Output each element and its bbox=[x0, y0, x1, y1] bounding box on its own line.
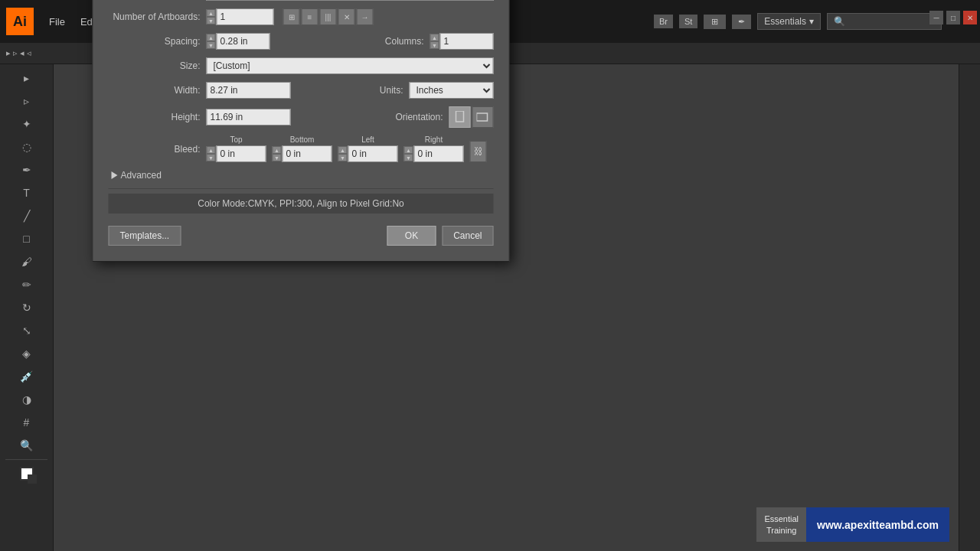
bleed-bottom-up[interactable]: ▲ bbox=[273, 146, 282, 154]
essentials-button[interactable]: Essentials ▾ bbox=[757, 13, 821, 30]
artboards-row: Number of Artboards: ▲ ▼ ⊞ ≡ ||| ✕ → bbox=[109, 8, 494, 25]
cancel-button[interactable]: Cancel bbox=[442, 226, 493, 246]
artboard-grid-icon[interactable]: ⊞ bbox=[283, 8, 300, 25]
bridge-icon[interactable]: Br bbox=[654, 15, 673, 28]
gradient-tool[interactable]: ◑ bbox=[16, 389, 38, 410]
landscape-button[interactable] bbox=[472, 106, 494, 128]
minimize-button[interactable]: ─ bbox=[929, 11, 943, 24]
height-input[interactable] bbox=[207, 109, 291, 126]
columns-input[interactable] bbox=[440, 33, 494, 50]
bleed-left-item: Left ▲ ▼ bbox=[338, 135, 398, 162]
artboard-layout-icons: ⊞ ≡ ||| ✕ → bbox=[283, 8, 374, 25]
direct-selection-tool[interactable]: ▹ bbox=[16, 90, 38, 112]
info-bar: Color Mode:CMYK, PPI:300, Align to Pixel… bbox=[109, 194, 494, 214]
bleed-row: Bleed: Top ▲ ▼ Bottom bbox=[109, 135, 494, 162]
blend-tool[interactable]: ◈ bbox=[16, 343, 38, 364]
fill-color[interactable] bbox=[16, 463, 38, 484]
essential-training-label: Essential Training bbox=[756, 507, 806, 542]
window-controls: ─ □ ✕ bbox=[929, 11, 977, 24]
width-row: Width: Units: Inches Centimeters Millime… bbox=[109, 82, 494, 99]
columns-spin-down[interactable]: ▼ bbox=[430, 41, 439, 49]
pencil-tool[interactable]: ✏ bbox=[16, 274, 38, 295]
size-row: Size: [Custom] bbox=[109, 57, 494, 74]
bleed-bottom-input[interactable] bbox=[283, 145, 332, 162]
close-button[interactable]: ✕ bbox=[963, 11, 977, 24]
spacing-label: Spacing: bbox=[109, 36, 201, 47]
svg-rect-0 bbox=[456, 111, 464, 122]
ok-button[interactable]: OK bbox=[387, 226, 436, 246]
mesh-tool[interactable]: # bbox=[16, 412, 38, 433]
profile-row: Profile: [Custom] bbox=[109, 0, 494, 1]
width-input[interactable] bbox=[207, 82, 291, 99]
rotate-tool[interactable]: ↻ bbox=[16, 297, 38, 318]
bleed-left-down[interactable]: ▼ bbox=[338, 154, 348, 161]
stock-icon[interactable]: St bbox=[679, 15, 697, 28]
magic-wand-tool[interactable]: ✦ bbox=[16, 113, 38, 135]
artboard-arrow-icon[interactable]: → bbox=[357, 8, 374, 25]
bleed-top-item: Top ▲ ▼ bbox=[207, 135, 266, 162]
width-label: Width: bbox=[109, 85, 201, 96]
columns-spinner: ▲ ▼ bbox=[430, 33, 494, 50]
bleed-right-item: Right ▲ ▼ bbox=[404, 135, 464, 162]
artboard-cross-icon[interactable]: ✕ bbox=[338, 8, 355, 25]
type-tool[interactable]: T bbox=[16, 182, 38, 204]
lasso-tool[interactable]: ◌ bbox=[16, 136, 38, 158]
artboards-spin-down[interactable]: ▼ bbox=[207, 17, 216, 24]
templates-button[interactable]: Templates... bbox=[109, 226, 181, 246]
dialog-divider bbox=[109, 188, 494, 189]
bleed-label: Bleed: bbox=[109, 144, 201, 155]
ok-cancel-group: OK Cancel bbox=[387, 226, 494, 246]
bleed-top-down[interactable]: ▼ bbox=[207, 154, 216, 161]
bleed-right-down[interactable]: ▼ bbox=[404, 154, 413, 161]
shape-tool[interactable]: □ bbox=[16, 228, 38, 249]
bleed-group: Top ▲ ▼ Bottom ▲ ▼ bbox=[207, 135, 494, 162]
bleed-right-label: Right bbox=[425, 135, 443, 144]
spacing-spin-down[interactable]: ▼ bbox=[207, 41, 216, 49]
bleed-bottom-down[interactable]: ▼ bbox=[273, 154, 282, 161]
arrange-icon[interactable]: ⊞ bbox=[704, 15, 726, 29]
advanced-label: Advanced bbox=[121, 170, 162, 181]
artboards-spinner: ▲ ▼ bbox=[207, 8, 279, 25]
advanced-toggle[interactable]: Advanced bbox=[109, 170, 162, 181]
eyedropper-tool[interactable]: 💉 bbox=[16, 366, 38, 387]
columns-spin-up[interactable]: ▲ bbox=[430, 34, 439, 41]
bleed-link-icon[interactable]: ⛓ bbox=[470, 141, 487, 162]
selection-tool[interactable]: ▸ bbox=[16, 67, 38, 89]
artboards-label: Number of Artboards: bbox=[109, 11, 201, 22]
bleed-top-up[interactable]: ▲ bbox=[207, 146, 216, 154]
height-label: Height: bbox=[109, 112, 201, 122]
pen-tool[interactable]: ✒ bbox=[16, 159, 38, 181]
maximize-button[interactable]: □ bbox=[946, 11, 960, 24]
artboard-col-icon[interactable]: ||| bbox=[320, 8, 337, 25]
tool-divider bbox=[5, 459, 47, 460]
size-select[interactable]: [Custom] bbox=[207, 57, 494, 74]
bleed-top-input[interactable] bbox=[217, 145, 266, 162]
profile-select[interactable]: [Custom] bbox=[207, 0, 494, 1]
artboard-row-icon[interactable]: ≡ bbox=[302, 8, 318, 25]
artboards-spin-up[interactable]: ▲ bbox=[207, 9, 216, 17]
menu-file[interactable]: File bbox=[43, 13, 71, 31]
portrait-button[interactable] bbox=[449, 106, 471, 128]
line-tool[interactable]: ╱ bbox=[16, 205, 38, 227]
new-document-dialog: New Document Name: Profile: [Custom] Num… bbox=[93, 0, 510, 262]
search-input[interactable] bbox=[827, 13, 942, 30]
artboards-spin-arrows: ▲ ▼ bbox=[207, 9, 216, 24]
bleed-right-input[interactable] bbox=[414, 145, 464, 162]
scale-tool[interactable]: ⤡ bbox=[16, 320, 38, 341]
zoom-tool[interactable]: 🔍 bbox=[16, 435, 38, 456]
paintbrush-tool[interactable]: 🖌 bbox=[16, 251, 38, 272]
left-panel: ▸ ▹ ✦ ◌ ✒ T ╱ □ 🖌 ✏ ↻ ⤡ ◈ 💉 ◑ # 🔍 bbox=[0, 64, 54, 551]
bleed-right-up[interactable]: ▲ bbox=[404, 146, 413, 154]
pen-icon[interactable]: ✒ bbox=[732, 15, 751, 29]
advanced-row: Advanced bbox=[109, 170, 494, 181]
units-label: Units: bbox=[380, 85, 403, 96]
spacing-input[interactable] bbox=[217, 33, 270, 50]
essentials-chevron-icon: ▾ bbox=[809, 16, 814, 27]
units-select[interactable]: Inches Centimeters Millimeters Points Pi… bbox=[410, 82, 494, 99]
bleed-right-spinner: ▲ ▼ bbox=[404, 145, 464, 162]
bleed-left-input[interactable] bbox=[348, 145, 398, 162]
bleed-bottom-spinner: ▲ ▼ bbox=[273, 145, 332, 162]
bleed-left-up[interactable]: ▲ bbox=[338, 146, 348, 154]
spacing-spin-up[interactable]: ▲ bbox=[207, 34, 216, 41]
artboards-input[interactable] bbox=[217, 8, 274, 25]
